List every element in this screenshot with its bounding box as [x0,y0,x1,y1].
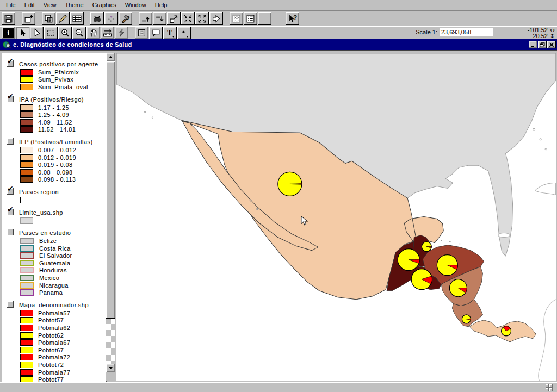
identify-button[interactable]: i [2,27,15,39]
minimize-button[interactable] [529,41,537,48]
scrollbar-thumb[interactable] [106,61,115,319]
check-icon: ✔ [7,184,14,193]
legend-class-row: Pobmala72 [6,354,106,362]
restore-button[interactable] [538,41,547,48]
close-icon[interactable] [547,41,556,48]
area-of-interest-button[interactable] [135,27,148,39]
select-box-button[interactable] [44,27,58,39]
scroll-up-icon[interactable] [106,53,115,61]
legend-list-icon [246,14,255,23]
help-button[interactable]: ? [286,12,299,25]
open-theme-table-button[interactable] [70,12,84,25]
zoom-full-extent-button[interactable] [139,12,152,25]
pie-chart-belize [422,242,431,252]
legend-class-row: 1.17 - 1.25 [6,104,106,111]
previous-extent-button[interactable] [209,12,223,25]
zoom-in-button[interactable] [58,27,72,39]
menu-window[interactable]: Window [121,1,151,10]
legend-class-row: Belize [6,237,106,245]
legend-editor-button[interactable] [244,12,257,25]
legend-class-row: 1.25 - 4.09 [6,111,106,119]
map-canvas[interactable] [116,53,556,381]
table-of-contents[interactable]: ✔Casos positivos por agenteSum_PfalcmixS… [2,53,107,383]
zoom-in-step-button[interactable] [181,12,195,25]
measure-button[interactable] [101,27,114,39]
view-title: c. Diagnóstico de condiciones de Salud [13,41,528,48]
hot-link-button[interactable] [115,27,128,39]
menu-file[interactable]: File [2,1,20,10]
query-builder-button[interactable]: ? [119,12,132,25]
locate-address-button[interactable] [104,12,118,25]
text-button[interactable]: T [163,27,177,39]
pan-button[interactable] [86,27,100,39]
theme-label[interactable]: Paises en estudio [19,228,71,236]
add-theme-button[interactable] [22,12,35,25]
legend-scrollbar[interactable] [106,53,115,381]
legend-class-label: Pobmala62 [38,325,70,331]
svg-text:?: ? [293,14,297,21]
scale-input[interactable] [440,28,493,36]
theme-checkbox[interactable] [7,138,14,145]
theme-label[interactable]: Mapa_denominador.shp [19,301,89,308]
pie-chart-honduras [437,255,457,276]
menu-theme[interactable]: Theme [60,1,88,10]
legend-class-label: Pobtot62 [38,332,64,339]
save-button[interactable] [2,12,15,25]
legend-class-label: 0.012 - 0.019 [38,154,76,161]
legend-swatch [20,260,34,266]
theme-checkbox[interactable]: ✔ [7,96,14,102]
legend-class-label: 0.098 - 0.113 [38,176,76,183]
callout-button[interactable] [149,27,163,39]
legend-class-label: Nicaragua [39,282,69,289]
map-island-speck [449,241,450,242]
legend-class-row: Pobmala62 [6,324,106,332]
draw-point-button[interactable] [177,27,191,39]
menu-graphics[interactable]: Graphics [88,1,121,10]
edit-legend-button[interactable] [56,12,70,25]
theme-label[interactable]: Casos positivos por agente [19,60,98,67]
zoom-out-button[interactable] [72,27,86,39]
legend-class-label: 4.09 - 11.52 [38,119,72,126]
theme-checkbox[interactable] [7,229,14,235]
zoom-selected-button[interactable] [167,12,181,25]
vertex-edit-button[interactable] [30,27,44,39]
toolbar-tools: iT Scale 1: -101.52 ↔ 20.52 ↕ [0,26,557,39]
legend-swatch [20,332,33,339]
window-arrange-icon[interactable] [546,384,553,392]
theme-label[interactable]: ILP (Positivos/Laminillas) [19,138,93,145]
theme-label[interactable]: IPA (Positivos/Riesgo) [19,95,84,103]
theme-checkbox[interactable]: ✔ [7,188,14,195]
theme-checkbox[interactable]: ✔ [7,60,14,67]
select-features-button[interactable] [230,12,243,25]
blank-button[interactable] [258,12,271,25]
theme-checkbox[interactable] [7,301,14,308]
theme-properties-button[interactable] [42,12,55,25]
legend-swatch [20,84,33,90]
legend-class-row: Pobmala57 [6,309,106,317]
theme-label[interactable]: Limite_usa.shp [19,208,63,216]
find-button[interactable] [90,12,104,25]
view-title-bar[interactable]: c. Diagnóstico de condiciones de Salud [0,39,557,50]
menu-help[interactable]: Help [151,1,172,10]
theme-label[interactable]: Paises region [19,188,59,195]
scroll-down-icon[interactable] [106,364,115,372]
legend-class-label: 0.019 - 0.08 [38,161,73,168]
theme-checkbox[interactable]: ✔ [7,209,14,215]
view-globe-icon [2,40,11,49]
view-window: c. Diagnóstico de condiciones de Salud ✔… [0,39,557,382]
pointer-button[interactable] [16,27,29,39]
legend-swatch [20,217,33,224]
coord-y-value: 20.52 [533,33,548,39]
legend-swatch [20,147,33,153]
binoculars-icon [92,14,102,23]
save-icon [4,14,13,23]
menu-edit[interactable]: Edit [20,1,39,10]
zoom-active-theme-button[interactable] [153,12,166,25]
scrollbar-track[interactable] [106,319,115,364]
zoom-out-step-button[interactable] [195,12,209,25]
theme-properties-icon [44,14,53,23]
menu-view[interactable]: View [39,1,61,10]
legend-swatch [20,245,34,252]
legend-class-row: Pobtot62 [6,332,106,339]
legend-swatch [20,238,34,244]
